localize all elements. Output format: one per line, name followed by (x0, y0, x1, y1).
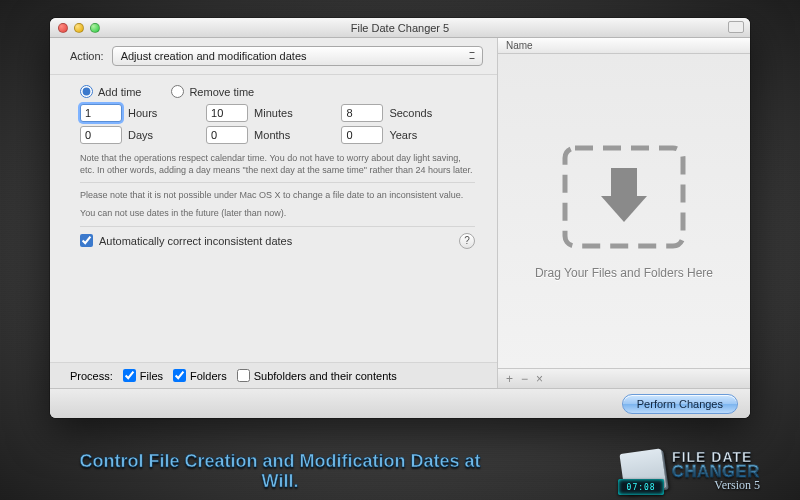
dropzone-label: Drag Your Files and Folders Here (535, 266, 713, 280)
add-time-radio[interactable]: Add time (80, 85, 141, 98)
logo-line3: Version 5 (672, 480, 760, 491)
remove-file-button[interactable]: − (521, 372, 528, 386)
svg-rect-1 (611, 168, 637, 196)
close-icon[interactable] (58, 23, 68, 33)
settings-pane: Action: Adjust creation and modification… (50, 38, 498, 388)
action-select-value: Adjust creation and modification dates (121, 50, 307, 62)
note-inconsistent: Please note that it is not possible unde… (80, 189, 475, 201)
clear-files-button[interactable]: × (536, 372, 543, 386)
process-subfolders-checkbox[interactable]: Subfolders and their contents (237, 369, 397, 382)
file-dropzone[interactable]: Drag Your Files and Folders Here (498, 54, 750, 368)
drop-arrow-icon (559, 142, 689, 252)
auto-correct-checkbox[interactable] (80, 234, 93, 247)
promo-footer: Control File Creation and Modification D… (0, 451, 800, 492)
files-pane: Name Drag Your Files and Folders Here + … (498, 38, 750, 388)
logo-line2: CHANGER (672, 464, 760, 479)
titlebar: File Date Changer 5 (50, 18, 750, 38)
hours-label: Hours (128, 107, 200, 119)
help-button[interactable]: ? (459, 233, 475, 249)
note-calendar: Note that the operations respect calenda… (80, 152, 475, 176)
minutes-label: Minutes (254, 107, 335, 119)
svg-marker-2 (601, 196, 647, 222)
calendar-icon: 07:08 (622, 451, 664, 491)
action-label: Action: (70, 50, 104, 62)
minimize-icon[interactable] (74, 23, 84, 33)
add-time-label: Add time (98, 86, 141, 98)
days-label: Days (128, 129, 200, 141)
perform-changes-button[interactable]: Perform Changes (622, 394, 738, 414)
months-label: Months (254, 129, 335, 141)
years-label: Years (389, 129, 475, 141)
logo-line1: FILE DATE (672, 451, 760, 464)
product-logo: 07:08 FILE DATE CHANGER Version 5 (622, 451, 760, 492)
zoom-icon[interactable] (90, 23, 100, 33)
files-column-header[interactable]: Name (498, 38, 750, 54)
years-input[interactable]: 0 (341, 126, 383, 144)
days-input[interactable]: 0 (80, 126, 122, 144)
process-files-checkbox[interactable]: Files (123, 369, 163, 382)
bottom-bar: Perform Changes (50, 388, 750, 418)
process-folders-checkbox[interactable]: Folders (173, 369, 227, 382)
promo-tagline: Control File Creation and Modification D… (70, 451, 490, 492)
process-label: Process: (70, 370, 113, 382)
app-window: File Date Changer 5 Action: Adjust creat… (50, 18, 750, 418)
auto-correct-label: Automatically correct inconsistent dates (99, 235, 292, 247)
remove-time-radio[interactable]: Remove time (171, 85, 254, 98)
seconds-label: Seconds (389, 107, 475, 119)
seconds-input[interactable]: 8 (341, 104, 383, 122)
note-future: You can not use dates in the future (lat… (80, 207, 475, 219)
hours-input[interactable]: 1 (80, 104, 122, 122)
remove-time-label: Remove time (189, 86, 254, 98)
process-row: Process: Files Folders Subfolders and th… (50, 362, 497, 388)
months-input[interactable]: 0 (206, 126, 248, 144)
minutes-input[interactable]: 10 (206, 104, 248, 122)
toolbar-toggle-icon[interactable] (728, 21, 744, 33)
action-select[interactable]: Adjust creation and modification dates (112, 46, 483, 66)
window-title: File Date Changer 5 (50, 22, 750, 34)
add-file-button[interactable]: + (506, 372, 513, 386)
